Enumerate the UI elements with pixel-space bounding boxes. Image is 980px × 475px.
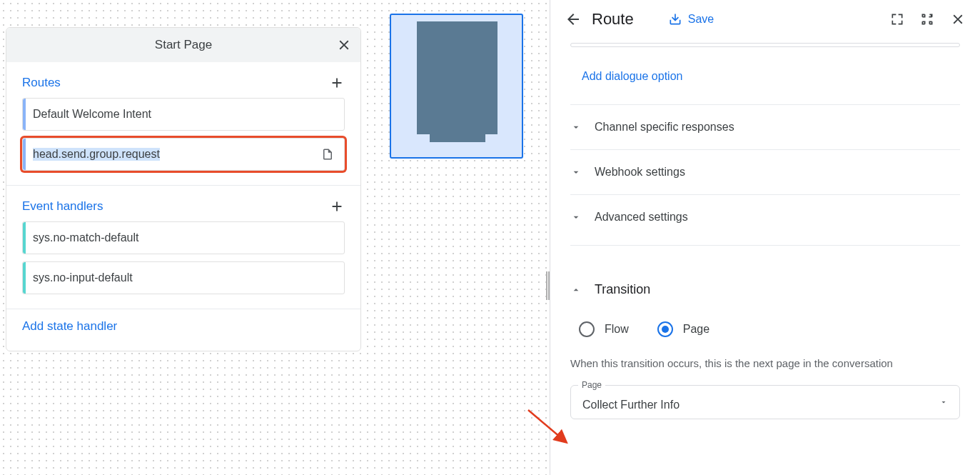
transition-type-radios: Flow Page [570,317,960,351]
route-edit-panel: Route Save Add dialogue option Channel s… [550,0,980,475]
accordion-advanced-settings[interactable]: Advanced settings [570,194,960,239]
route-item[interactable]: Default Welcome Intent [22,98,345,131]
start-page-card: Start Page Routes Default Welcome Intent… [6,27,361,351]
panel-resize-handle[interactable] [546,271,550,300]
close-icon[interactable] [336,37,352,53]
caret-down-icon [939,398,948,406]
event-handlers-list: sys.no-match-default sys.no-input-defaul… [6,221,360,309]
radio-flow-label: Flow [605,323,629,336]
chevron-down-icon [570,211,582,223]
start-page-title: Start Page [155,38,212,52]
transition-hint: When this transition occurs, this is the… [570,351,960,385]
fullscreen-icon[interactable] [890,12,904,26]
back-icon[interactable] [565,11,582,28]
save-button[interactable]: Save [668,12,714,26]
route-label: head.send.group.request [33,148,160,161]
accordion-channel-responses[interactable]: Channel specific responses [570,104,960,149]
chevron-up-icon [570,284,582,296]
radio-page-label: Page [683,323,709,336]
accordion-label: Advanced settings [595,211,688,224]
radio-icon-checked [657,321,673,337]
add-event-handler-button[interactable] [329,199,345,214]
page-select-value: Collect Further Info [582,399,680,411]
transition-title: Transition [595,282,650,297]
document-icon [321,148,334,161]
close-panel-icon[interactable] [950,11,966,27]
accordion-label: Webhook settings [595,166,685,179]
routes-list: Default Welcome Intent head.send.group.r… [6,98,360,185]
route-item-selected[interactable]: head.send.group.request [22,138,345,171]
page-select[interactable]: Page Collect Further Info [570,385,960,419]
fullscreen-exit-icon[interactable] [920,12,934,26]
page-select-label: Page [578,380,605,390]
radio-icon [579,321,595,337]
add-state-handler-link[interactable]: Add state handler [6,309,360,351]
route-label: Default Welcome Intent [33,108,151,121]
fulfillment-field-edge[interactable] [570,43,960,47]
event-handlers-label: Event handlers [22,199,103,214]
event-handler-item[interactable]: sys.no-input-default [22,261,345,294]
add-dialogue-option-link[interactable]: Add dialogue option [570,63,960,104]
event-handlers-section-header: Event handlers [6,186,360,221]
accordion-label: Channel specific responses [595,121,734,134]
event-bar [23,262,26,294]
event-handler-label: sys.no-match-default [33,231,139,244]
routes-label: Routes [22,76,61,90]
radio-flow[interactable]: Flow [579,321,629,337]
start-page-header: Start Page [6,28,360,62]
panel-title: Route [592,10,634,29]
panel-header: Route Save [550,0,980,39]
event-bar [23,222,26,254]
route-bar [23,139,26,170]
flow-node-selected[interactable] [390,14,523,159]
chevron-down-icon [570,121,582,133]
chevron-down-icon [570,166,582,178]
event-handler-label: sys.no-input-default [33,271,133,284]
radio-page[interactable]: Page [657,321,709,337]
event-handler-item[interactable]: sys.no-match-default [22,221,345,254]
save-label: Save [688,13,714,26]
routes-section-header: Routes [6,62,360,98]
route-bar [23,99,26,130]
accordion-webhook-settings[interactable]: Webhook settings [570,149,960,194]
flow-node-footer [430,134,485,142]
flow-node-body [417,21,497,134]
add-route-button[interactable] [329,75,345,91]
transition-section-header[interactable]: Transition [570,276,960,317]
